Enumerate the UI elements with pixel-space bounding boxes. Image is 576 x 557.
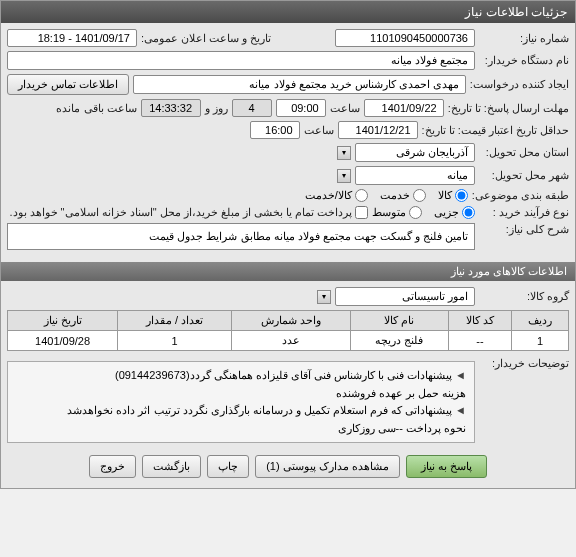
city-field: میانه bbox=[355, 166, 475, 185]
note-line: نحوه پرداخت --سی روزکاری bbox=[338, 422, 467, 434]
treasury-checkbox[interactable] bbox=[355, 206, 368, 219]
buyer-label: نام دستگاه خریدار: bbox=[479, 54, 569, 67]
bullet-icon: ◄ bbox=[452, 369, 466, 381]
radio-partial[interactable] bbox=[462, 206, 475, 219]
validity-time-field: 16:00 bbox=[250, 121, 300, 139]
days-field: 4 bbox=[232, 99, 272, 117]
td-date: 1401/09/28 bbox=[8, 331, 118, 351]
desc-box: تامین فلنج و گسکت جهت مجتمع فولاد میانه … bbox=[7, 223, 475, 250]
radio-service-label: خدمت bbox=[380, 189, 410, 202]
th-qty: تعداد / مقدار bbox=[118, 311, 232, 331]
back-button[interactable]: بازگشت bbox=[142, 455, 201, 478]
process-label: نوع فرآیند خرید : bbox=[479, 206, 569, 219]
radio-goods-service-label: کالا/خدمت bbox=[305, 189, 352, 202]
group-field: امور تاسیساتی bbox=[335, 287, 475, 306]
th-date: تاریخ نیاز bbox=[8, 311, 118, 331]
dropdown-icon[interactable]: ▾ bbox=[317, 290, 331, 304]
radio-partial-label: جزیی bbox=[434, 206, 459, 219]
requester-label: ایجاد کننده درخواست: bbox=[470, 78, 569, 91]
need-no-label: شماره نیاز: bbox=[479, 32, 569, 45]
table-header-row: ردیف کد کالا نام کالا واحد شمارش تعداد /… bbox=[8, 311, 569, 331]
time-label-1: ساعت bbox=[330, 102, 360, 115]
radio-service[interactable] bbox=[413, 189, 426, 202]
process-note: پرداخت تمام یا بخشی از مبلغ خرید،از محل … bbox=[9, 206, 352, 219]
bullet-icon: ◄ bbox=[452, 404, 466, 416]
deadline-label: مهلت ارسال پاسخ: تا تاریخ: bbox=[448, 102, 569, 115]
buyer-notes-label: توضیحات خریدار: bbox=[479, 357, 569, 370]
td-row: 1 bbox=[512, 331, 569, 351]
content-area: شماره نیاز: 1101090450000736 تاریخ و ساع… bbox=[1, 23, 575, 488]
deadline-date-field: 1401/09/22 bbox=[364, 99, 444, 117]
process-radio-group: جزیی متوسط bbox=[372, 206, 475, 219]
attachments-button[interactable]: مشاهده مدارک پیوستی (1) bbox=[255, 455, 400, 478]
announce-label: تاریخ و ساعت اعلان عمومی: bbox=[141, 32, 271, 45]
deadline-time-field: 09:00 bbox=[276, 99, 326, 117]
respond-button[interactable]: پاسخ به نیاز bbox=[406, 455, 487, 478]
window: جزئیات اطلاعات نیاز شماره نیاز: 11010904… bbox=[0, 0, 576, 489]
remain-time-field: 14:33:32 bbox=[141, 99, 201, 117]
requester-field: مهدی احمدی کارشناس خرید مجتمع فولاد میان… bbox=[133, 75, 466, 94]
need-no-field: 1101090450000736 bbox=[335, 29, 475, 47]
validity-label: حداقل تاریخ اعتبار قیمت: تا تاریخ: bbox=[422, 124, 569, 137]
note-line: هزینه حمل بر عهده فروشنده bbox=[336, 387, 466, 399]
note-line: پیشنهاداتی که فرم استعلام تکمیل و درساما… bbox=[67, 404, 452, 416]
group-label: گروه کالا: bbox=[479, 290, 569, 303]
dropdown-icon[interactable]: ▾ bbox=[337, 169, 351, 183]
note-line: پیشنهادات فنی با کارشناس فنی آقای قلیزاد… bbox=[115, 369, 452, 381]
td-qty: 1 bbox=[118, 331, 232, 351]
city-label: شهر محل تحویل: bbox=[479, 169, 569, 182]
print-button[interactable]: چاپ bbox=[207, 455, 249, 478]
dropdown-icon[interactable]: ▾ bbox=[337, 146, 351, 160]
buyer-notes-box: ◄ پیشنهادات فنی با کارشناس فنی آقای قلیز… bbox=[7, 361, 475, 443]
radio-medium[interactable] bbox=[409, 206, 422, 219]
contact-button[interactable]: اطلاعات تماس خریدار bbox=[7, 74, 129, 95]
validity-date-field: 1401/12/21 bbox=[338, 121, 418, 139]
exit-button[interactable]: خروج bbox=[89, 455, 136, 478]
th-unit: واحد شمارش bbox=[231, 311, 350, 331]
section-header-items: اطلاعات کالاهای مورد نیاز bbox=[1, 262, 575, 281]
time-label-2: ساعت bbox=[304, 124, 334, 137]
radio-goods-service[interactable] bbox=[355, 189, 368, 202]
th-row: ردیف bbox=[512, 311, 569, 331]
table-row[interactable]: 1 -- فلنج دریچه عدد 1 1401/09/28 bbox=[8, 331, 569, 351]
remain-label: ساعت باقی مانده bbox=[56, 102, 136, 115]
titlebar: جزئیات اطلاعات نیاز bbox=[1, 1, 575, 23]
desc-label: شرح کلی نیاز: bbox=[479, 223, 569, 236]
radio-medium-label: متوسط bbox=[372, 206, 406, 219]
province-label: استان محل تحویل: bbox=[479, 146, 569, 159]
items-table: ردیف کد کالا نام کالا واحد شمارش تعداد /… bbox=[7, 310, 569, 351]
category-radio-group: کالا خدمت کالا/خدمت bbox=[305, 189, 468, 202]
td-unit: عدد bbox=[231, 331, 350, 351]
footer-buttons: پاسخ به نیاز مشاهده مدارک پیوستی (1) چاپ… bbox=[7, 447, 569, 482]
th-code: کد کالا bbox=[448, 311, 512, 331]
buyer-field: مجتمع فولاد میانه bbox=[7, 51, 475, 70]
radio-goods[interactable] bbox=[455, 189, 468, 202]
td-code: -- bbox=[448, 331, 512, 351]
category-label: طبقه بندی موضوعی: bbox=[472, 189, 569, 202]
province-field: آذربایجان شرقی bbox=[355, 143, 475, 162]
th-name: نام کالا bbox=[350, 311, 448, 331]
td-name: فلنج دریچه bbox=[350, 331, 448, 351]
announce-field: 1401/09/17 - 18:19 bbox=[7, 29, 137, 47]
radio-goods-label: کالا bbox=[438, 189, 452, 202]
days-label: روز و bbox=[205, 102, 228, 115]
